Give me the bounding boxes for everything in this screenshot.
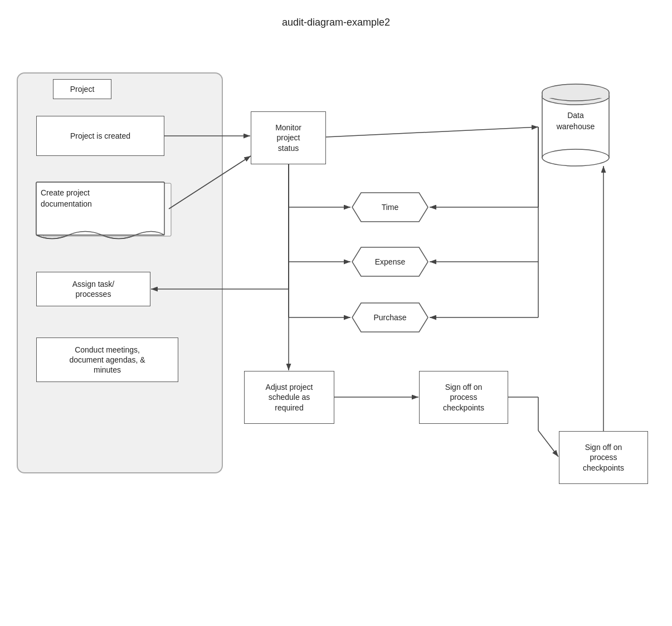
svg-rect-7 xyxy=(542,92,609,98)
svg-point-4 xyxy=(542,149,609,166)
project-label-box: Project xyxy=(53,79,111,99)
svg-line-15 xyxy=(326,127,538,137)
diagram-title: audit-diagram-example2 xyxy=(0,0,672,28)
expense-hexagon: Expense xyxy=(351,246,429,277)
purchase-hexagon: Purchase xyxy=(351,302,429,333)
adjust-schedule-box: Adjust project schedule as required xyxy=(244,371,334,424)
sign-off2-box: Sign off on process checkpoints xyxy=(559,431,648,484)
assign-task-box: Assign task/ processes xyxy=(36,272,150,306)
data-warehouse-cylinder: Data warehouse xyxy=(539,82,612,166)
data-warehouse-text: Data warehouse xyxy=(557,111,595,131)
conduct-meetings-box: Conduct meetings, document agendas, & mi… xyxy=(36,338,178,382)
time-hexagon: Time xyxy=(351,192,429,223)
create-doc-text: Create project documentation xyxy=(41,188,92,208)
project-is-created-box: Project is created xyxy=(36,116,164,156)
svg-line-34 xyxy=(538,431,558,457)
create-doc-shape: Create project documentation xyxy=(35,181,169,237)
monitor-status-box: Monitor project status xyxy=(251,111,326,164)
sign-off1-box: Sign off on process checkpoints xyxy=(419,371,508,424)
